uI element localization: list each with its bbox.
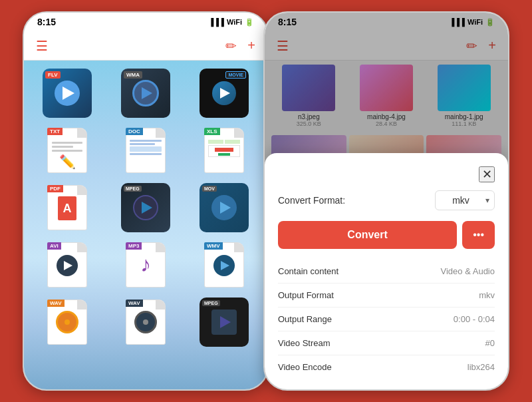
- convert-button[interactable]: Convert: [278, 221, 457, 249]
- mp3-badge: MP3: [126, 242, 142, 250]
- format-label: Convert Format:: [278, 195, 345, 206]
- wav2-badge: WAV: [126, 300, 143, 307]
- info-table: Contain content Video & Audio Output For…: [278, 260, 495, 379]
- movie-badge: MOVIE: [225, 71, 246, 79]
- list-item[interactable]: A PDF: [32, 183, 102, 232]
- mov-badge: MOV: [202, 186, 217, 192]
- mpeg-logo: [133, 195, 158, 220]
- info-key-range: Output Range: [278, 314, 332, 324]
- info-row-vstream: Video Stream #0: [278, 331, 495, 355]
- info-val-range: 0:00 - 0:04: [454, 314, 495, 324]
- list-item[interactable]: ✏️ TXT: [32, 126, 102, 175]
- txt-badge: TXT: [47, 128, 63, 135]
- add-icon-left[interactable]: +: [247, 38, 255, 54]
- convert-actions: Convert •••: [278, 221, 495, 249]
- info-val-vencode: libx264: [467, 362, 495, 372]
- wmv-badge: WMV: [204, 242, 223, 250]
- info-row-range: Output Range 0:00 - 0:04: [278, 307, 495, 331]
- status-time-left: 8:15: [37, 17, 56, 27]
- info-key-vstream: Video Stream: [278, 338, 331, 348]
- app-grid-container: FLV WMA: [24, 61, 267, 389]
- edit-icon-left[interactable]: ✏: [225, 38, 237, 54]
- doc-badge: DOC: [126, 128, 143, 135]
- mpeg-badge: MPEG: [124, 186, 142, 192]
- format-select[interactable]: mkv mp4 avi mov: [435, 190, 495, 210]
- mpeg2-badge: MPEG: [202, 300, 220, 306]
- list-item[interactable]: MPEG: [110, 183, 181, 232]
- list-item[interactable]: MOVIE: [189, 69, 259, 118]
- convert-modal: ✕ Convert Format: mkv mp4 avi mov: [265, 153, 508, 389]
- xls-badge: XLS: [204, 128, 220, 135]
- format-select-wrapper: mkv mp4 avi mov: [435, 190, 495, 210]
- close-button[interactable]: ✕: [479, 166, 495, 182]
- info-row-format: Output Format mkv: [278, 284, 495, 307]
- list-item[interactable]: WAV: [32, 298, 102, 347]
- wma-badge: WMA: [124, 71, 142, 79]
- modal-close-row: ✕: [278, 166, 495, 182]
- avi-badge: AVI: [47, 242, 61, 250]
- signal-icon: ▐▐▐: [208, 18, 223, 26]
- wav1-badge: WAV: [47, 300, 65, 307]
- mpeg2-logo: [211, 309, 237, 335]
- list-item[interactable]: ♪ MP3: [110, 240, 181, 290]
- list-item[interactable]: WAV: [110, 298, 181, 347]
- wifi-icon: WiFi: [227, 18, 242, 26]
- pdf-badge: PDF: [47, 185, 63, 192]
- info-val-contain: Video & Audio: [441, 266, 495, 276]
- menu-icon-left[interactable]: ☰: [36, 38, 48, 54]
- right-phone: 8:15 ▐▐▐ WiFi 🔋 ☰ ✏ + n3.jpeg 325.0 KB: [263, 11, 509, 391]
- more-options-button[interactable]: •••: [462, 221, 495, 249]
- phones-container: 8:15 ▐▐▐ WiFi 🔋 ☰ ✏ + FLV: [23, 11, 509, 391]
- info-key-contain: Contain content: [278, 266, 338, 276]
- info-key-format: Output Format: [278, 290, 334, 300]
- list-item[interactable]: WMA: [110, 69, 181, 118]
- battery-icon: 🔋: [245, 18, 254, 27]
- movie-logo: [212, 81, 236, 105]
- info-row-contain: Contain content Video & Audio: [278, 260, 495, 284]
- list-item[interactable]: MOV: [189, 183, 259, 232]
- list-item[interactable]: DOC: [110, 126, 181, 175]
- info-key-vencode: Video Encode: [278, 362, 332, 372]
- app-header-left: ☰ ✏ +: [24, 31, 267, 61]
- format-row: Convert Format: mkv mp4 avi mov: [278, 190, 495, 210]
- modal-overlay: ✕ Convert Format: mkv mp4 avi mov: [265, 13, 508, 389]
- list-item[interactable]: WMV: [189, 240, 259, 290]
- list-item[interactable]: MPEG: [189, 298, 259, 347]
- info-row-vencode: Video Encode libx264: [278, 355, 495, 379]
- info-val-format: mkv: [479, 290, 495, 300]
- mov-logo: [211, 195, 237, 220]
- flv-logo: [55, 81, 80, 106]
- status-icons-left: ▐▐▐ WiFi 🔋: [208, 18, 254, 27]
- flv-badge: FLV: [45, 71, 61, 79]
- app-grid: FLV WMA: [32, 69, 259, 347]
- wma-logo: [132, 80, 159, 106]
- left-phone: 8:15 ▐▐▐ WiFi 🔋 ☰ ✏ + FLV: [23, 11, 269, 391]
- list-item[interactable]: FLV: [32, 69, 102, 118]
- info-val-vstream: #0: [485, 338, 495, 348]
- list-item[interactable]: AVI: [32, 240, 102, 290]
- status-bar-left: 8:15 ▐▐▐ WiFi 🔋: [24, 13, 267, 31]
- list-item[interactable]: XLS: [189, 126, 259, 175]
